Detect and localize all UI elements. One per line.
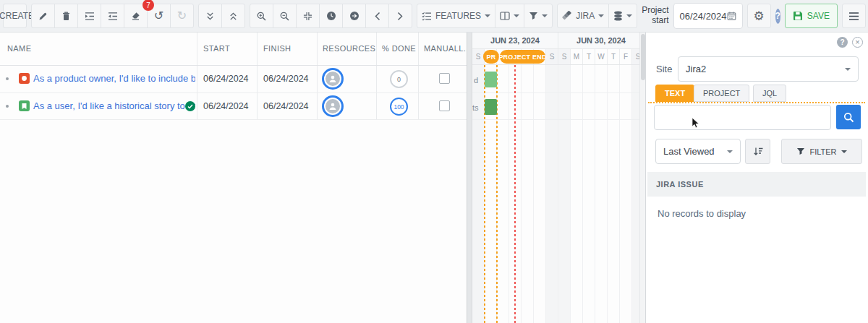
filter-button-label: FILTER: [809, 147, 836, 156]
question-icon: ?: [775, 11, 780, 21]
outdent-icon: [108, 12, 118, 21]
chevron-right-icon: [397, 12, 404, 21]
search-icon: [843, 112, 854, 123]
assignee-avatar[interactable]: [322, 68, 344, 90]
tab-jql[interactable]: JQL: [753, 85, 786, 102]
synced-check-icon: [185, 101, 195, 111]
zoom-in-button[interactable]: [250, 4, 273, 28]
menu-button[interactable]: [842, 4, 866, 28]
column-header-start[interactable]: START: [203, 33, 230, 65]
percent-done-badge[interactable]: 0: [390, 70, 408, 88]
data-source-button[interactable]: [608, 4, 637, 28]
task-name-link[interactable]: As a user, I'd like a historical story t…: [33, 92, 195, 120]
task-name-link[interactable]: As a product owner, I'd like to include …: [33, 65, 195, 92]
filter-button-panel[interactable]: FILTER: [781, 139, 862, 164]
project-start-label: Project start: [642, 6, 668, 26]
zoom-out-button[interactable]: [273, 4, 297, 28]
fit-to-screen-button[interactable]: [296, 4, 320, 28]
gantt-vertical-scrollbar[interactable]: [639, 33, 645, 323]
assignee-avatar[interactable]: [322, 95, 344, 117]
gantt-row-divider: [472, 92, 644, 93]
current-time-button[interactable]: [319, 4, 343, 28]
indent-icon: [85, 12, 95, 21]
create-button[interactable]: CREATE: [3, 4, 27, 28]
gantt-grid-columns: [472, 65, 644, 323]
chevron-down-icon: [845, 68, 851, 74]
edit-group: 7 ↺ ↻: [31, 4, 194, 28]
mouse-cursor: [692, 117, 700, 129]
help-button[interactable]: ?: [775, 9, 780, 24]
outdent-button[interactable]: [101, 4, 124, 28]
drag-handle[interactable]: [6, 105, 9, 108]
column-header-manually[interactable]: MANUALL...: [424, 33, 471, 65]
sort-direction-button[interactable]: [745, 139, 770, 164]
project-start-date-value: 06/24/2024: [680, 11, 727, 22]
panel-help-button[interactable]: ?: [837, 37, 848, 48]
column-header-finish[interactable]: FINISH: [263, 33, 291, 65]
settings-button[interactable]: ⚙: [747, 4, 771, 28]
double-chevron-up-icon: [229, 12, 238, 21]
edit-button[interactable]: [31, 4, 55, 28]
task-bar[interactable]: [485, 72, 497, 87]
gantt-row-divider: [472, 119, 644, 120]
panel-close-button[interactable]: ×: [852, 37, 863, 48]
task-bar[interactable]: [485, 99, 497, 115]
drag-handle[interactable]: [6, 77, 9, 80]
finish-date-cell[interactable]: 06/24/2024: [263, 92, 309, 120]
sort-by-value: Last Viewed: [663, 146, 715, 157]
gantt-week-header: JUN 23, 2024 JUN 30, 2024: [472, 33, 644, 49]
column-header-name[interactable]: NAME: [7, 33, 31, 65]
start-date-cell[interactable]: 06/24/2024: [203, 65, 249, 92]
filter-button[interactable]: [524, 4, 553, 28]
delete-button[interactable]: [54, 4, 78, 28]
go-to-task-button[interactable]: [342, 4, 366, 28]
hamburger-icon: [848, 12, 859, 20]
search-button[interactable]: [836, 105, 861, 129]
save-button[interactable]: SAVE: [785, 4, 838, 28]
view-group: [250, 4, 412, 28]
eraser-icon: [131, 12, 140, 20]
redo-button[interactable]: ↻: [170, 4, 194, 28]
site-select[interactable]: Jira2: [678, 56, 859, 82]
day-cell: F: [620, 49, 632, 64]
day-cell: M: [571, 49, 583, 64]
grid-gantt-splitter[interactable]: [467, 33, 472, 323]
today-line: [514, 65, 516, 323]
finish-date-cell[interactable]: 06/24/2024: [263, 65, 309, 92]
close-icon: ×: [855, 38, 859, 46]
question-icon: ?: [840, 38, 844, 46]
double-chevron-down-icon: [205, 12, 215, 21]
undo-button[interactable]: 7 ↺: [147, 4, 171, 28]
project-start-date-input[interactable]: 06/24/2024: [673, 3, 743, 29]
collapse-all-button[interactable]: [198, 4, 222, 28]
jira-button[interactable]: JIRA: [557, 4, 609, 28]
task-bar-label: ts: [472, 103, 479, 112]
tab-project[interactable]: PROJECT: [694, 85, 749, 102]
search-input[interactable]: [654, 105, 831, 130]
expand-all-button[interactable]: [221, 4, 245, 28]
scroll-right-button[interactable]: [388, 4, 412, 28]
percent-done-badge[interactable]: 100: [390, 98, 408, 116]
features-group: FEATURES: [417, 4, 553, 28]
checklist-icon: [422, 12, 432, 21]
table-row[interactable]: As a user, I'd like a historical story t…: [0, 92, 467, 120]
scroll-left-button[interactable]: [365, 4, 389, 28]
gear-icon: ⚙: [753, 10, 764, 22]
column-header-done[interactable]: % DONE: [382, 33, 416, 65]
chevron-down-icon: [626, 14, 632, 20]
column-header-resources[interactable]: RESOURCES: [323, 33, 375, 65]
columns-button[interactable]: [495, 4, 524, 28]
week-label: JUN 30, 2024: [558, 33, 644, 48]
sort-by-select[interactable]: Last Viewed: [655, 139, 741, 164]
fit-screen-icon: [303, 12, 312, 21]
manually-scheduled-checkbox[interactable]: [439, 73, 450, 84]
chevron-down-icon: [841, 150, 847, 156]
manually-scheduled-checkbox[interactable]: [439, 100, 450, 111]
tab-text[interactable]: TEXT: [655, 85, 694, 102]
save-button-label: SAVE: [807, 11, 830, 21]
features-button[interactable]: FEATURES: [417, 4, 495, 28]
indent-button[interactable]: [77, 4, 101, 28]
start-date-cell[interactable]: 06/24/2024: [203, 92, 249, 120]
week-label: JUN 23, 2024: [472, 33, 558, 48]
table-row[interactable]: As a product owner, I'd like to include …: [0, 65, 467, 92]
